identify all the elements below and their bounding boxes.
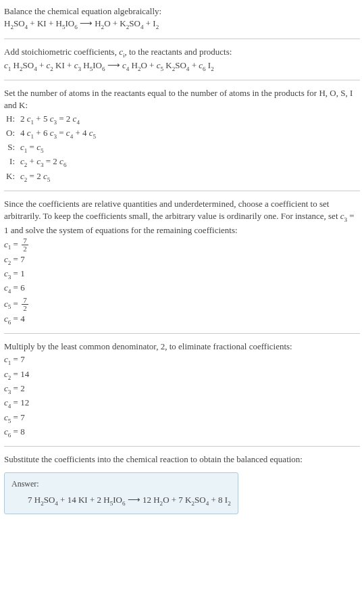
- section-2-title: Add stoichiometric coefficients, ci, to …: [4, 46, 360, 59]
- atom-equation: 4 c1 + 6 c3 = c4 + 4 c5: [20, 127, 96, 141]
- section-4: Since the coefficients are relative quan…: [4, 198, 360, 326]
- section-2: Add stoichiometric coefficients, ci, to …: [4, 46, 360, 74]
- coeff-line: c6 = 8: [4, 426, 360, 439]
- answer-equation: 7 H2SO4 + 14 KI + 2 H5IO6 ⟶ 12 H2O + 7 K…: [11, 494, 231, 507]
- section-3-title: Set the number of atoms in the reactants…: [4, 87, 360, 111]
- coeff-line: c4 = 12: [4, 397, 360, 410]
- table-row: H: 2 c1 + 5 c3 = 2 c4: [4, 113, 360, 126]
- section-1-equation: H2SO4 + KI + H5IO6 ⟶ H2O + K2SO4 + I2: [4, 18, 360, 31]
- coeff-line: c1 = 7: [4, 353, 360, 367]
- coeff-line: c5 = 72: [4, 297, 360, 312]
- divider: [4, 446, 360, 447]
- divider: [4, 191, 360, 191]
- answer-box: Answer: 7 H2SO4 + 14 KI + 2 H5IO6 ⟶ 12 H…: [4, 472, 238, 514]
- section-4-title: Since the coefficients are relative quan…: [4, 198, 360, 237]
- divider: [4, 333, 360, 334]
- coeff-line: c2 = 14: [4, 368, 360, 382]
- atom-equations: H: 2 c1 + 5 c3 = 2 c4 O: 4 c1 + 6 c3 = c…: [4, 113, 360, 184]
- section-6-title: Substitute the coefficients into the che…: [4, 453, 360, 466]
- atom-equation: 2 c1 + 5 c3 = 2 c4: [20, 113, 80, 126]
- table-row: O: 4 c1 + 6 c3 = c4 + 4 c5: [4, 127, 360, 141]
- atom-label: O:: [4, 127, 20, 139]
- text: , to the reactants and products:: [124, 47, 232, 57]
- atom-equation: c2 + c3 = 2 c6: [20, 155, 66, 169]
- divider: [4, 39, 360, 39]
- atom-label: I:: [4, 155, 20, 168]
- table-row: I: c2 + c3 = 2 c6: [4, 155, 360, 169]
- section-1-title: Balance the chemical equation algebraica…: [4, 5, 360, 18]
- text: Add stoichiometric coefficients,: [4, 47, 119, 57]
- coeff-line: c3 = 2: [4, 382, 360, 396]
- coeff-line: c6 = 4: [4, 313, 360, 326]
- section-6: Substitute the coefficients into the che…: [4, 453, 360, 466]
- table-row: S: c1 = c5: [4, 141, 360, 155]
- section-2-equation: c1 H2SO4 + c2 KI + c3 H5IO6 ⟶ c4 H2O + c…: [4, 59, 360, 73]
- coeff-line: c5 = 7: [4, 412, 360, 425]
- coeff-line: c4 = 6: [4, 282, 360, 295]
- section-1: Balance the chemical equation algebraica…: [4, 5, 360, 32]
- atom-label: S:: [4, 141, 20, 153]
- divider: [4, 80, 360, 80]
- section-5-title: Multiply by the least common denominator…: [4, 341, 360, 353]
- coeff-line: c2 = 7: [4, 253, 360, 267]
- coeff-line: c1 = 72: [4, 237, 360, 253]
- section-5: Multiply by the least common denominator…: [4, 341, 360, 439]
- section-3: Set the number of atoms in the reactants…: [4, 87, 360, 184]
- atom-equation: c2 = 2 c5: [20, 170, 50, 184]
- atom-label: H:: [4, 113, 20, 125]
- table-row: K: c2 = 2 c5: [4, 170, 360, 184]
- answer-label: Answer:: [11, 478, 231, 490]
- atom-equation: c1 = c5: [20, 141, 44, 155]
- atom-label: K:: [4, 170, 20, 182]
- coeff-line: c3 = 1: [4, 268, 360, 281]
